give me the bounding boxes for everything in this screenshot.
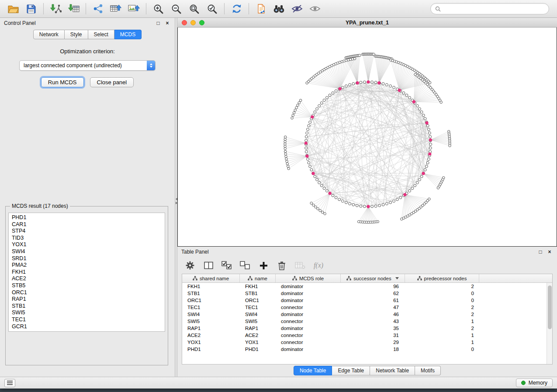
table-row[interactable]: YOX1YOX1connector291: [182, 339, 552, 346]
tab-node-table[interactable]: Node Table: [294, 366, 332, 375]
delete-column-button[interactable]: [275, 259, 288, 272]
mcds-result-item[interactable]: SWI4: [9, 248, 165, 255]
close-panel-button[interactable]: Close panel: [90, 77, 134, 87]
import-network-button[interactable]: [47, 2, 65, 16]
table-settings-button[interactable]: [183, 259, 197, 272]
network-titlebar[interactable]: YPA_prune.txt_1: [177, 18, 557, 28]
add-column-button[interactable]: [257, 259, 270, 272]
apply-style-button[interactable]: [252, 2, 270, 16]
table-cell: YOX1: [240, 340, 276, 345]
zoom-fit-button[interactable]: [185, 2, 203, 16]
column-header-shared-name[interactable]: shared name: [182, 274, 240, 282]
export-image-icon: [128, 4, 140, 14]
table-cell: 0: [405, 347, 479, 352]
export-image-button[interactable]: [125, 2, 143, 16]
table-row[interactable]: SWI5SWI5connector431: [182, 318, 552, 325]
table-cell: dominator: [276, 326, 341, 331]
export-table-icon: [110, 4, 122, 14]
column-header-successor-nodes[interactable]: successor nodes: [341, 274, 405, 282]
table-cell: 96: [341, 284, 405, 289]
mcds-result-item[interactable]: PHD1: [9, 214, 165, 221]
table-cell: SWI5: [240, 319, 276, 324]
zoom-in-button[interactable]: [149, 2, 167, 16]
mcds-result-item[interactable]: FKH1: [9, 269, 165, 276]
mcds-result-list[interactable]: PHD1CAR1STP4TID3YOX1SWI4SRD1PMA2FKH1ACE2…: [8, 213, 165, 332]
zoom-in-icon: [153, 4, 163, 14]
mcds-result-item[interactable]: TID3: [9, 235, 165, 242]
tab-network[interactable]: Network: [33, 30, 65, 39]
float-table-panel-icon[interactable]: □: [537, 248, 544, 255]
node-table: shared namenameMCDS rolesuccessor nodesp…: [182, 274, 553, 364]
tab-edge-table[interactable]: Edge Table: [332, 366, 370, 375]
table-cell: dominator: [276, 291, 341, 296]
status-menu-button[interactable]: [4, 379, 15, 387]
mcds-result-item[interactable]: GCR1: [9, 323, 165, 330]
deselect-all-button[interactable]: [239, 259, 252, 272]
find-button[interactable]: [270, 2, 288, 16]
memory-button[interactable]: Memory: [516, 378, 553, 387]
table-row[interactable]: ORC1ORC1dominator610: [182, 297, 552, 304]
show-columns-button[interactable]: [202, 259, 215, 272]
table-row[interactable]: PHD1PHD1dominator180: [182, 346, 552, 353]
export-network-button[interactable]: [89, 2, 107, 16]
table-row[interactable]: RAP1RAP1dominator352: [182, 325, 552, 332]
network-canvas[interactable]: [177, 28, 557, 247]
mcds-result-item[interactable]: STP4: [9, 228, 165, 235]
export-table-button[interactable]: [107, 2, 125, 16]
show-panel-button[interactable]: [306, 2, 324, 16]
zoom-out-button[interactable]: [167, 2, 185, 16]
column-header-MCDS-role[interactable]: MCDS role: [276, 274, 341, 282]
mcds-result-item[interactable]: YOX1: [9, 241, 165, 248]
table-row[interactable]: SWI4SWI4dominator462: [182, 311, 552, 318]
apply-layout-button[interactable]: [228, 2, 246, 16]
column-header-predecessor-nodes[interactable]: predecessor nodes: [405, 274, 479, 282]
select-all-button[interactable]: [220, 259, 233, 272]
zoom-selected-button[interactable]: [203, 2, 221, 16]
column-header-filler: [479, 274, 552, 282]
table-row[interactable]: TEC1TEC1connector472: [182, 304, 552, 311]
table-tabs: Node TableEdge TableNetwork TableMotifs: [177, 364, 557, 377]
search-input[interactable]: [443, 6, 544, 12]
mcds-result-item[interactable]: TEC1: [9, 316, 165, 323]
mcds-result-item[interactable]: ACE2: [9, 275, 165, 282]
import-table-button[interactable]: [65, 2, 83, 16]
mcds-result-item[interactable]: SWI5: [9, 309, 165, 316]
tab-style[interactable]: Style: [65, 30, 88, 39]
maximize-window-icon[interactable]: [199, 20, 204, 25]
table-row[interactable]: FKH1FKH1dominator962: [182, 283, 552, 290]
table-scrollbar[interactable]: [547, 283, 552, 364]
open-file-button[interactable]: [4, 2, 22, 16]
mcds-result-item[interactable]: SRD1: [9, 255, 165, 262]
tab-motifs[interactable]: Motifs: [415, 366, 441, 375]
mcds-result-item[interactable]: STB1: [9, 303, 165, 310]
mcds-result-item[interactable]: STB5: [9, 282, 165, 289]
column-header-name[interactable]: name: [240, 274, 276, 282]
plus-icon: [260, 262, 267, 269]
tab-network-table[interactable]: Network Table: [370, 366, 415, 375]
run-mcds-button[interactable]: Run MCDS: [41, 77, 84, 87]
close-table-panel-icon[interactable]: ×: [546, 248, 553, 255]
close-window-icon[interactable]: [182, 20, 187, 25]
tab-select[interactable]: Select: [88, 30, 114, 39]
minimize-window-icon[interactable]: [190, 20, 196, 25]
mcds-result-item[interactable]: ORC1: [9, 289, 165, 296]
table-cell: STB1: [240, 291, 276, 296]
close-panel-icon[interactable]: ×: [164, 20, 171, 27]
float-panel-icon[interactable]: □: [155, 20, 162, 27]
tab-mcds[interactable]: MCDS: [114, 30, 142, 39]
mcds-result-item[interactable]: CAR1: [9, 221, 165, 228]
hide-panel-button[interactable]: [288, 2, 306, 16]
table-cell: ORC1: [182, 298, 240, 303]
table-row[interactable]: ACE2ACE2connector311: [182, 332, 552, 339]
table-cell: connector: [276, 305, 341, 310]
criterion-dropdown[interactable]: largest connected component (undirected): [19, 60, 156, 71]
dropdown-stepper-icon: [147, 60, 155, 71]
mcds-result-item[interactable]: RAP1: [9, 296, 165, 303]
toolbar-separator: [86, 3, 86, 14]
mcds-result-item[interactable]: PMA2: [9, 262, 165, 269]
save-session-button[interactable]: [22, 2, 40, 16]
document-share-icon: [257, 4, 266, 14]
scrollbar-thumb[interactable]: [548, 285, 552, 329]
table-row[interactable]: STB1STB1dominator620: [182, 290, 552, 297]
search-field[interactable]: [430, 3, 549, 14]
